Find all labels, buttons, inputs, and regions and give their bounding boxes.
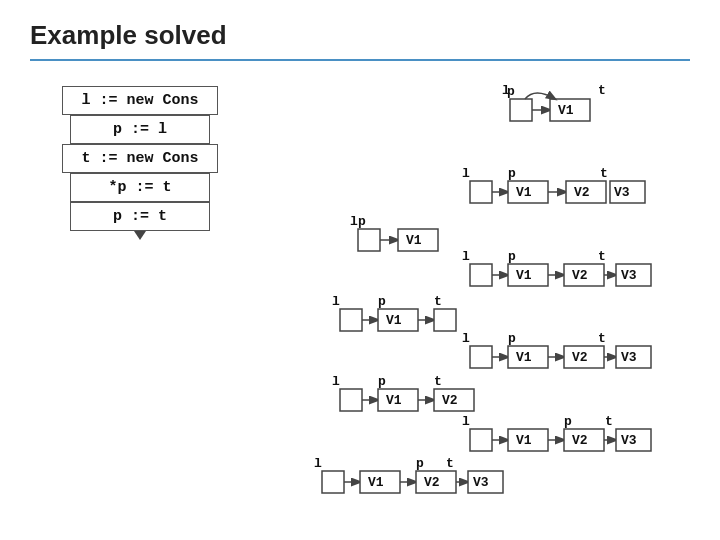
svg-rect-83 xyxy=(322,471,344,493)
svg-text:V1: V1 xyxy=(406,233,422,248)
svg-text:V2: V2 xyxy=(572,433,588,448)
page: Example solved l := new Cons p := l xyxy=(0,0,720,540)
svg-text:V1: V1 xyxy=(516,185,532,200)
svg-text:l: l xyxy=(462,166,470,181)
mini-diagram3: l V1 p V2 t xyxy=(332,374,474,411)
svg-text:l: l xyxy=(314,456,322,471)
svg-text:t: t xyxy=(598,83,606,98)
svg-rect-64 xyxy=(340,309,362,331)
svg-rect-72 xyxy=(434,309,456,331)
svg-text:t: t xyxy=(446,456,454,471)
diagram2: l V1 t p V2 xyxy=(462,166,645,203)
svg-text:l: l xyxy=(462,414,470,429)
svg-text:t: t xyxy=(605,414,613,429)
svg-text:V1: V1 xyxy=(386,313,402,328)
svg-text:t: t xyxy=(434,294,442,309)
svg-text:V2: V2 xyxy=(424,475,440,490)
svg-text:V3: V3 xyxy=(621,350,637,365)
step1-box: l := new Cons xyxy=(62,86,217,115)
svg-text:V3: V3 xyxy=(614,185,630,200)
svg-text:p: p xyxy=(378,374,386,389)
svg-text:p: p xyxy=(508,331,516,346)
diagrams: l V1 p t xyxy=(240,81,720,511)
svg-text:t: t xyxy=(600,166,608,181)
main-content: l := new Cons p := l t := new Cons xyxy=(30,81,690,231)
svg-text:V1: V1 xyxy=(368,475,384,490)
svg-text:p: p xyxy=(378,294,386,309)
svg-text:V1: V1 xyxy=(516,433,532,448)
svg-text:V2: V2 xyxy=(442,393,458,408)
diagram1: l V1 p t xyxy=(502,83,606,121)
svg-text:l: l xyxy=(462,249,470,264)
svg-rect-7 xyxy=(470,181,492,203)
svg-text:l: l xyxy=(332,374,340,389)
mini-diagram1: l p V1 xyxy=(350,214,438,251)
diagrams-svg: l V1 p t xyxy=(240,81,720,511)
svg-text:V2: V2 xyxy=(574,185,590,200)
diagram4: l V1 p V2 t xyxy=(462,331,651,368)
svg-rect-58 xyxy=(358,229,380,251)
svg-text:p: p xyxy=(507,84,515,99)
step3-box: t := new Cons xyxy=(62,144,217,173)
diagram5: l V1 V2 p t xyxy=(462,414,651,451)
svg-rect-0 xyxy=(510,99,532,121)
diagram3: l V1 p V2 t xyxy=(462,249,651,286)
svg-text:V3: V3 xyxy=(473,475,489,490)
svg-text:V1: V1 xyxy=(516,268,532,283)
svg-text:V2: V2 xyxy=(572,350,588,365)
svg-text:l: l xyxy=(462,331,470,346)
svg-text:t: t xyxy=(598,331,606,346)
svg-text:p: p xyxy=(564,414,572,429)
svg-text:t: t xyxy=(598,249,606,264)
mini-diagram4: l V1 V2 p t xyxy=(314,456,503,493)
svg-text:p: p xyxy=(508,249,516,264)
step4-box: *p := t xyxy=(70,173,210,202)
svg-text:V2: V2 xyxy=(572,268,588,283)
svg-text:p: p xyxy=(416,456,424,471)
svg-rect-32 xyxy=(470,346,492,368)
svg-text:V1: V1 xyxy=(558,103,574,118)
svg-text:V1: V1 xyxy=(386,393,402,408)
svg-text:V1: V1 xyxy=(516,350,532,365)
step2-box: p := l xyxy=(70,115,210,144)
svg-rect-45 xyxy=(470,429,492,451)
svg-text:V3: V3 xyxy=(621,268,637,283)
mini-diagram2: l V1 p t xyxy=(332,294,456,331)
title-divider xyxy=(30,59,690,61)
svg-text:p: p xyxy=(358,214,366,229)
svg-rect-19 xyxy=(470,264,492,286)
step5-box: p := t xyxy=(70,202,210,231)
svg-text:t: t xyxy=(434,374,442,389)
svg-rect-73 xyxy=(340,389,362,411)
page-title: Example solved xyxy=(30,20,690,51)
code-steps: l := new Cons p := l t := new Cons xyxy=(30,81,250,231)
svg-text:l: l xyxy=(350,214,358,229)
svg-text:V3: V3 xyxy=(621,433,637,448)
svg-text:l: l xyxy=(332,294,340,309)
svg-text:p: p xyxy=(508,166,516,181)
